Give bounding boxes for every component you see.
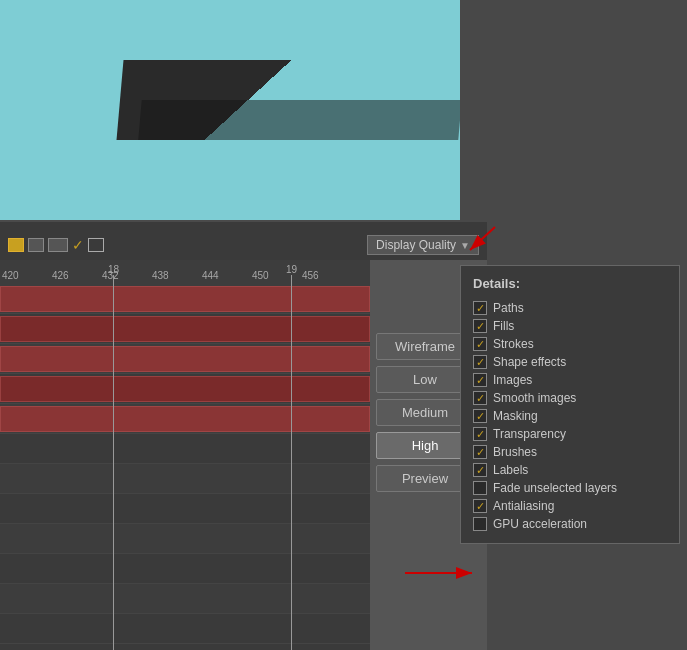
dropdown-item-brushes[interactable]: ✓ Brushes bbox=[473, 443, 667, 461]
label-gpu-acceleration: GPU acceleration bbox=[493, 517, 587, 531]
timeline-row-4 bbox=[0, 374, 370, 404]
timeline-row-8 bbox=[0, 494, 370, 524]
checkbox-smooth-images[interactable]: ✓ bbox=[473, 391, 487, 405]
dropdown-item-images[interactable]: ✓ Images bbox=[473, 371, 667, 389]
checkbox-strokes[interactable]: ✓ bbox=[473, 337, 487, 351]
label-shape-effects: Shape effects bbox=[493, 355, 566, 369]
timeline-row-1 bbox=[0, 284, 370, 314]
checkbox-transparency[interactable]: ✓ bbox=[473, 427, 487, 441]
checkbox-fills[interactable]: ✓ bbox=[473, 319, 487, 333]
canvas-bottom-border bbox=[0, 222, 487, 230]
ruler-mark-438: 438 bbox=[152, 270, 169, 281]
label-strokes: Strokes bbox=[493, 337, 534, 351]
label-fills: Fills bbox=[493, 319, 514, 333]
dropdown-item-masking[interactable]: ✓ Masking bbox=[473, 407, 667, 425]
checkbox-labels[interactable]: ✓ bbox=[473, 463, 487, 477]
label-brushes: Brushes bbox=[493, 445, 537, 459]
dropdown-item-shape-effects[interactable]: ✓ Shape effects bbox=[473, 353, 667, 371]
label-antialiasing: Antialiasing bbox=[493, 499, 554, 513]
timeline-tick-19 bbox=[291, 275, 292, 650]
display-quality-button[interactable]: Display Quality ▼ bbox=[367, 235, 479, 255]
canvas-shadow bbox=[138, 100, 461, 140]
label-masking: Masking bbox=[493, 409, 538, 423]
display-quality-label: Display Quality bbox=[376, 238, 456, 252]
red-arrow-2 bbox=[400, 555, 490, 590]
canvas-area bbox=[0, 0, 487, 230]
dropdown-panel: Details: ✓ Paths ✓ Fills ✓ Strokes ✓ Sha… bbox=[460, 265, 680, 544]
checkbox-shape-effects[interactable]: ✓ bbox=[473, 355, 487, 369]
checkbox-paths[interactable]: ✓ bbox=[473, 301, 487, 315]
ruler-mark-450: 450 bbox=[252, 270, 269, 281]
label-transparency: Transparency bbox=[493, 427, 566, 441]
view-icon-3[interactable] bbox=[48, 238, 68, 252]
label-labels: Labels bbox=[493, 463, 528, 477]
ruler-mark-426: 426 bbox=[52, 270, 69, 281]
timeline-ruler: .ruler-label { position: absolute; font-… bbox=[0, 260, 370, 284]
dropdown-item-paths[interactable]: ✓ Paths bbox=[473, 299, 667, 317]
checkbox-gpu-acceleration[interactable] bbox=[473, 517, 487, 531]
timeline-marker-18: 18 bbox=[108, 264, 119, 275]
toolbar-check[interactable]: ✓ bbox=[72, 237, 84, 253]
dropdown-item-fade-unselected[interactable]: Fade unselected layers bbox=[473, 479, 667, 497]
dropdown-item-labels[interactable]: ✓ Labels bbox=[473, 461, 667, 479]
checkbox-antialiasing[interactable]: ✓ bbox=[473, 499, 487, 513]
dropdown-item-transparency[interactable]: ✓ Transparency bbox=[473, 425, 667, 443]
label-paths: Paths bbox=[493, 301, 524, 315]
timeline-tick-18 bbox=[113, 275, 114, 650]
checkbox-masking[interactable]: ✓ bbox=[473, 409, 487, 423]
dropdown-item-strokes[interactable]: ✓ Strokes bbox=[473, 335, 667, 353]
timeline-row-12 bbox=[0, 614, 370, 644]
timeline-row-3 bbox=[0, 344, 370, 374]
timeline-row-6 bbox=[0, 434, 370, 464]
dropdown-arrow-icon: ▼ bbox=[460, 240, 470, 251]
timeline-marker-19: 19 bbox=[286, 264, 297, 275]
timeline-row-9 bbox=[0, 524, 370, 554]
toolbar-frame-icon[interactable] bbox=[88, 238, 104, 252]
view-icon-2[interactable] bbox=[28, 238, 44, 252]
dropdown-item-gpu-acceleration[interactable]: GPU acceleration bbox=[473, 515, 667, 533]
timeline-row-11 bbox=[0, 584, 370, 614]
timeline-row-5 bbox=[0, 404, 370, 434]
checkbox-brushes[interactable]: ✓ bbox=[473, 445, 487, 459]
label-images: Images bbox=[493, 373, 532, 387]
checkbox-images[interactable]: ✓ bbox=[473, 373, 487, 387]
ruler-mark-444: 444 bbox=[202, 270, 219, 281]
dropdown-item-antialiasing[interactable]: ✓ Antialiasing bbox=[473, 497, 667, 515]
ruler-mark-420: 420 bbox=[2, 270, 19, 281]
timeline-area[interactable] bbox=[0, 284, 370, 650]
checkbox-fade-unselected[interactable] bbox=[473, 481, 487, 495]
label-fade-unselected: Fade unselected layers bbox=[493, 481, 617, 495]
label-smooth-images: Smooth images bbox=[493, 391, 576, 405]
toolbar-strip: ✓ Display Quality ▼ bbox=[0, 230, 487, 260]
dropdown-item-fills[interactable]: ✓ Fills bbox=[473, 317, 667, 335]
ruler-mark-456: 456 bbox=[302, 270, 319, 281]
dropdown-item-smooth-images[interactable]: ✓ Smooth images bbox=[473, 389, 667, 407]
view-icon-1[interactable] bbox=[8, 238, 24, 252]
timeline-row-2 bbox=[0, 314, 370, 344]
timeline-row-10 bbox=[0, 554, 370, 584]
canvas-right-border bbox=[460, 0, 487, 230]
dropdown-title: Details: bbox=[473, 276, 667, 291]
timeline-row-7 bbox=[0, 464, 370, 494]
